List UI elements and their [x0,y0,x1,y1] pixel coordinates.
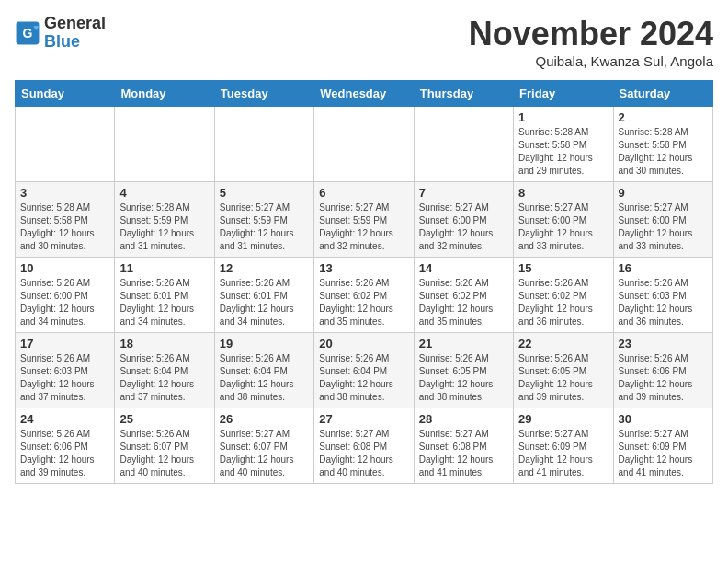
weekday-header: Friday [514,81,613,107]
logo-text: General Blue [44,15,106,52]
day-number: 16 [619,261,708,275]
day-number: 11 [119,261,209,275]
weekday-header: Sunday [16,81,115,107]
day-info: Sunrise: 5:27 AM Sunset: 6:00 PM Dayligh… [619,201,708,253]
calendar-cell: 4Sunrise: 5:28 AM Sunset: 5:59 PM Daylig… [115,182,214,258]
calendar-cell: 27Sunrise: 5:27 AM Sunset: 6:08 PM Dayli… [314,408,414,484]
calendar-cell: 29Sunrise: 5:27 AM Sunset: 6:09 PM Dayli… [514,408,613,484]
location-subtitle: Quibala, Kwanza Sul, Angola [469,53,713,69]
day-info: Sunrise: 5:26 AM Sunset: 6:05 PM Dayligh… [419,352,508,404]
day-number: 14 [419,261,508,275]
weekday-header: Tuesday [214,81,313,107]
logo: G General Blue [15,15,106,52]
weekday-header: Monday [115,81,214,107]
day-info: Sunrise: 5:26 AM Sunset: 6:02 PM Dayligh… [419,277,508,328]
calendar-week-row: 3Sunrise: 5:28 AM Sunset: 5:58 PM Daylig… [16,182,713,258]
calendar-header: SundayMondayTuesdayWednesdayThursdayFrid… [16,81,713,107]
day-info: Sunrise: 5:26 AM Sunset: 6:01 PM Dayligh… [119,277,209,328]
day-number: 2 [619,110,708,124]
day-number: 1 [518,110,608,124]
weekday-header: Saturday [613,81,712,107]
day-number: 7 [419,186,508,200]
day-info: Sunrise: 5:27 AM Sunset: 5:59 PM Dayligh… [220,201,309,253]
calendar-cell: 9Sunrise: 5:27 AM Sunset: 6:00 PM Daylig… [613,182,712,258]
day-number: 3 [20,186,109,200]
calendar-cell: 17Sunrise: 5:26 AM Sunset: 6:03 PM Dayli… [16,333,115,408]
day-info: Sunrise: 5:28 AM Sunset: 5:58 PM Dayligh… [20,201,109,253]
day-info: Sunrise: 5:27 AM Sunset: 6:00 PM Dayligh… [518,201,608,253]
calendar-table: SundayMondayTuesdayWednesdayThursdayFrid… [15,80,713,484]
day-info: Sunrise: 5:27 AM Sunset: 6:09 PM Dayligh… [619,428,708,479]
day-number: 23 [619,337,708,350]
day-info: Sunrise: 5:27 AM Sunset: 6:09 PM Dayligh… [518,428,608,479]
svg-text:G: G [23,25,33,40]
day-number: 30 [619,412,708,426]
calendar-cell: 13Sunrise: 5:26 AM Sunset: 6:02 PM Dayli… [314,258,414,333]
day-number: 26 [220,412,309,426]
calendar-cell: 22Sunrise: 5:26 AM Sunset: 6:05 PM Dayli… [514,333,613,408]
day-info: Sunrise: 5:28 AM Sunset: 5:59 PM Dayligh… [119,201,209,253]
day-info: Sunrise: 5:26 AM Sunset: 6:02 PM Dayligh… [518,277,608,328]
calendar-cell [314,107,414,182]
calendar-week-row: 10Sunrise: 5:26 AM Sunset: 6:00 PM Dayli… [16,258,713,333]
day-info: Sunrise: 5:26 AM Sunset: 6:07 PM Dayligh… [119,428,209,479]
calendar-cell: 26Sunrise: 5:27 AM Sunset: 6:07 PM Dayli… [214,408,313,484]
header-row: SundayMondayTuesdayWednesdayThursdayFrid… [16,81,713,107]
day-number: 12 [220,261,309,275]
calendar-cell: 11Sunrise: 5:26 AM Sunset: 6:01 PM Dayli… [115,258,214,333]
day-number: 9 [619,186,708,200]
day-info: Sunrise: 5:26 AM Sunset: 6:03 PM Dayligh… [619,277,708,328]
logo-line2: Blue [44,33,106,52]
day-number: 21 [419,337,508,350]
day-info: Sunrise: 5:26 AM Sunset: 6:04 PM Dayligh… [319,352,408,404]
day-number: 19 [220,337,309,350]
calendar-week-row: 24Sunrise: 5:26 AM Sunset: 6:06 PM Dayli… [16,408,713,484]
calendar-cell: 19Sunrise: 5:26 AM Sunset: 6:04 PM Dayli… [214,333,313,408]
calendar-cell: 18Sunrise: 5:26 AM Sunset: 6:04 PM Dayli… [115,333,214,408]
day-info: Sunrise: 5:27 AM Sunset: 5:59 PM Dayligh… [319,201,408,253]
calendar-cell: 6Sunrise: 5:27 AM Sunset: 5:59 PM Daylig… [314,182,414,258]
day-info: Sunrise: 5:27 AM Sunset: 6:08 PM Dayligh… [419,428,508,479]
calendar-cell: 24Sunrise: 5:26 AM Sunset: 6:06 PM Dayli… [16,408,115,484]
calendar-cell: 30Sunrise: 5:27 AM Sunset: 6:09 PM Dayli… [613,408,712,484]
calendar-week-row: 1Sunrise: 5:28 AM Sunset: 5:58 PM Daylig… [16,107,713,182]
calendar-cell: 28Sunrise: 5:27 AM Sunset: 6:08 PM Dayli… [414,408,513,484]
day-number: 17 [20,337,109,350]
calendar-cell: 12Sunrise: 5:26 AM Sunset: 6:01 PM Dayli… [214,258,313,333]
day-number: 8 [518,186,608,200]
calendar-cell [115,107,214,182]
calendar-cell: 1Sunrise: 5:28 AM Sunset: 5:58 PM Daylig… [514,107,613,182]
day-info: Sunrise: 5:26 AM Sunset: 6:03 PM Dayligh… [20,352,109,404]
calendar-cell: 7Sunrise: 5:27 AM Sunset: 6:00 PM Daylig… [414,182,513,258]
calendar-cell: 2Sunrise: 5:28 AM Sunset: 5:58 PM Daylig… [613,107,712,182]
calendar-week-row: 17Sunrise: 5:26 AM Sunset: 6:03 PM Dayli… [16,333,713,408]
day-number: 24 [20,412,109,426]
day-info: Sunrise: 5:27 AM Sunset: 6:08 PM Dayligh… [319,428,408,479]
page-header: G General Blue November 2024 Quibala, Kw… [15,15,713,69]
day-info: Sunrise: 5:26 AM Sunset: 6:04 PM Dayligh… [220,352,309,404]
day-info: Sunrise: 5:27 AM Sunset: 6:07 PM Dayligh… [220,428,309,479]
calendar-cell: 25Sunrise: 5:26 AM Sunset: 6:07 PM Dayli… [115,408,214,484]
day-number: 25 [119,412,209,426]
month-title: November 2024 [469,15,713,53]
day-number: 15 [518,261,608,275]
day-info: Sunrise: 5:28 AM Sunset: 5:58 PM Dayligh… [619,126,708,178]
day-number: 6 [319,186,408,200]
logo-icon: G [15,20,40,46]
calendar-cell: 23Sunrise: 5:26 AM Sunset: 6:06 PM Dayli… [613,333,712,408]
calendar-cell: 20Sunrise: 5:26 AM Sunset: 6:04 PM Dayli… [314,333,414,408]
calendar-cell: 10Sunrise: 5:26 AM Sunset: 6:00 PM Dayli… [16,258,115,333]
calendar-cell [414,107,513,182]
day-info: Sunrise: 5:26 AM Sunset: 6:06 PM Dayligh… [20,428,109,479]
day-number: 22 [518,337,608,350]
calendar-cell: 8Sunrise: 5:27 AM Sunset: 6:00 PM Daylig… [514,182,613,258]
calendar-cell [214,107,313,182]
title-area: November 2024 Quibala, Kwanza Sul, Angol… [469,15,713,69]
calendar-cell: 21Sunrise: 5:26 AM Sunset: 6:05 PM Dayli… [414,333,513,408]
day-number: 13 [319,261,408,275]
calendar-cell: 3Sunrise: 5:28 AM Sunset: 5:58 PM Daylig… [16,182,115,258]
day-info: Sunrise: 5:27 AM Sunset: 6:00 PM Dayligh… [419,201,508,253]
calendar-cell [16,107,115,182]
day-number: 20 [319,337,408,350]
day-number: 18 [119,337,209,350]
